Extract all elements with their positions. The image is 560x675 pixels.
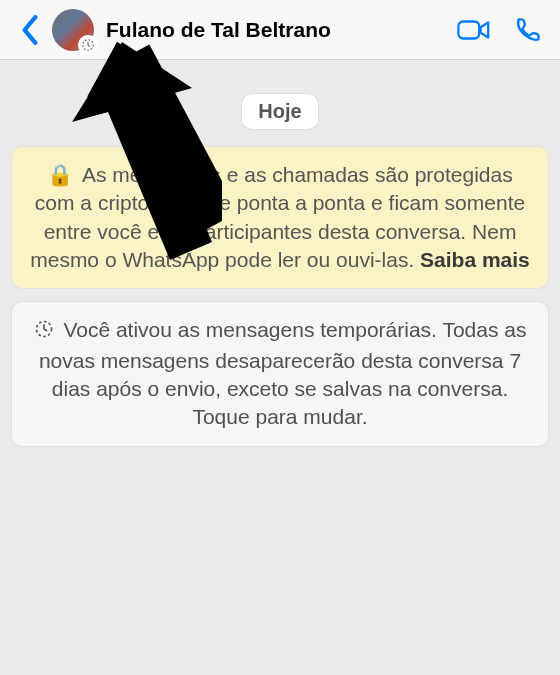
contact-avatar[interactable] bbox=[52, 9, 94, 51]
video-icon bbox=[457, 18, 491, 42]
date-divider: Hoje bbox=[12, 94, 548, 129]
phone-icon bbox=[514, 16, 542, 44]
back-button[interactable] bbox=[10, 8, 50, 52]
chat-area: Hoje 🔒 As mensagens e as chamadas são pr… bbox=[0, 60, 560, 675]
voice-call-button[interactable] bbox=[510, 12, 546, 48]
chat-header: Fulano de Tal Beltrano bbox=[0, 0, 560, 60]
encryption-notice-card[interactable]: 🔒 As mensagens e as chamadas são protegi… bbox=[12, 147, 548, 288]
chevron-left-icon bbox=[20, 15, 40, 45]
timer-icon bbox=[34, 318, 54, 346]
svg-rect-1 bbox=[458, 21, 479, 38]
video-call-button[interactable] bbox=[456, 12, 492, 48]
contact-name[interactable]: Fulano de Tal Beltrano bbox=[106, 18, 456, 42]
disappearing-notice-card[interactable]: Você ativou as mensagens temporárias. To… bbox=[12, 302, 548, 445]
header-actions bbox=[456, 12, 550, 48]
disappearing-badge-icon bbox=[78, 35, 98, 55]
encryption-learn-more[interactable]: Saiba mais bbox=[420, 248, 530, 271]
date-chip: Hoje bbox=[242, 94, 317, 129]
disappearing-notice-text: Você ativou as mensagens temporárias. To… bbox=[39, 318, 527, 428]
lock-icon: 🔒 bbox=[47, 163, 73, 186]
